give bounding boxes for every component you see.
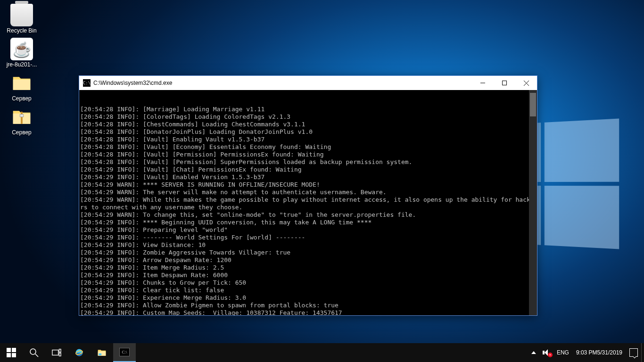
tray-overflow-button[interactable] [528, 343, 539, 362]
console-line: [20:54:29 INFO]: Preparing level "world" [80, 226, 536, 234]
console-line: [20:54:29 INFO]: Experience Merge Radius… [80, 294, 536, 302]
console-line: [20:54:29 INFO]: [Vault] [Chat] Permissi… [80, 166, 536, 173]
desktop-icon-server-folder-1[interactable]: Сервер [4, 72, 40, 102]
console-line: [20:54:29 WARN]: The server will make no… [80, 189, 536, 196]
show-desktop-button[interactable] [641, 343, 644, 362]
minimize-button[interactable] [472, 76, 494, 90]
console-line: [20:54:28 INFO]: [DonatorJoinPlus] Loadi… [80, 128, 536, 136]
console-line: [20:54:28 INFO]: [Vault] Enabling Vault … [80, 136, 536, 143]
console-line: [20:54:29 WARN]: While this makes the ga… [80, 196, 536, 211]
console-line: [20:54:29 INFO]: [Vault] Enabled Version… [80, 173, 536, 181]
svg-rect-13 [59, 349, 61, 352]
console-line: [20:54:28 INFO]: [Marriage] Loading Marr… [80, 106, 536, 113]
console-line: [20:54:29 INFO]: Allow Zombie Pigmen to … [80, 302, 536, 309]
console-line: [20:54:29 INFO]: Custom Map Seeds: Villa… [80, 309, 536, 315]
cmd-window[interactable]: C:\ C:\Windows\system32\cmd.exe [20:54:2… [79, 75, 537, 316]
console-line: [20:54:29 INFO]: Item Despawn Rate: 6000 [80, 272, 536, 279]
console-line: [20:54:29 INFO]: -------- World Settings… [80, 234, 536, 241]
console-line: [20:54:29 WARN]: To change this, set "on… [80, 211, 536, 219]
console-line: [20:54:29 INFO]: Arrow Despawn Rate: 120… [80, 256, 536, 264]
taskbar: C:\ × ENG 9:03 PM 5/31/2019 [0, 343, 644, 362]
language-button[interactable]: ENG [553, 343, 572, 362]
desktop-icon-label: Сервер [4, 129, 40, 136]
console-line: [20:54:28 INFO]: [ChestCommands] Loading… [80, 121, 536, 128]
cmd-icon: C:\ [83, 79, 91, 87]
svg-rect-8 [7, 353, 11, 357]
svg-point-10 [30, 349, 36, 354]
folder-icon [10, 72, 33, 94]
clock-date: 5/31/2019 [597, 349, 622, 356]
console-line: [20:54:29 INFO]: Chunks to Grow per Tick… [80, 279, 536, 287]
console-line: [20:54:29 INFO]: Clear tick list: false [80, 287, 536, 294]
svg-rect-0 [21, 112, 23, 124]
notifications-button[interactable] [626, 343, 641, 362]
java-icon: ☕ [10, 38, 33, 60]
console-line: [20:54:28 INFO]: [Vault] [Permission] Pe… [80, 151, 536, 158]
explorer-button[interactable] [91, 343, 113, 362]
scrollbar[interactable] [529, 90, 537, 315]
svg-rect-1 [20, 115, 23, 117]
volume-icon: × [543, 349, 550, 356]
start-button[interactable] [0, 343, 23, 362]
console-line: [20:54:28 INFO]: [Vault] [Economy] Essen… [80, 143, 536, 151]
clock-time: 9:03 PM [576, 349, 597, 356]
cmd-titlebar[interactable]: C:\ C:\Windows\system32\cmd.exe [79, 76, 537, 90]
volume-button[interactable]: × [539, 343, 553, 362]
clock[interactable]: 9:03 PM 5/31/2019 [572, 343, 626, 362]
console-line: [20:54:28 INFO]: [Vault] [Permission] Su… [80, 158, 536, 166]
taskview-button[interactable] [45, 343, 68, 362]
svg-rect-12 [52, 350, 58, 355]
svg-line-11 [35, 354, 38, 357]
notifications-icon [629, 348, 638, 357]
desktop-icon-jre-installer[interactable]: ☕jre-8u201-... [4, 38, 40, 68]
desktop-icon-label: Recycle Bin [4, 27, 40, 34]
ie-button[interactable] [68, 343, 91, 362]
console-line: [20:54:29 INFO]: Zombie Aggressive Towar… [80, 249, 536, 256]
desktop-icon-label: Сервер [4, 95, 40, 102]
recycle-bin-icon [10, 4, 33, 26]
zip-folder-icon [10, 106, 33, 128]
console-line: [20:54:29 INFO]: **** Beginning UUID con… [80, 219, 536, 226]
svg-rect-18 [99, 354, 101, 355]
system-tray: × ENG 9:03 PM 5/31/2019 [528, 343, 644, 362]
svg-rect-9 [12, 353, 16, 357]
console-line: [20:54:28 INFO]: [ColoredTags] Loading C… [80, 113, 536, 121]
desktop[interactable]: Recycle Bin☕jre-8u201-...СерверСервер C:… [0, 0, 644, 362]
console-line: [20:54:29 INFO]: Item Merge Radius: 2.5 [80, 264, 536, 272]
console-line: [20:54:29 WARN]: **** SERVER IS RUNNING … [80, 181, 536, 189]
maximize-button[interactable] [494, 76, 515, 90]
desktop-icon-label: jre-8u201-... [4, 61, 40, 68]
scroll-thumb[interactable] [530, 93, 536, 116]
chevron-up-icon [531, 351, 536, 354]
cmd-console[interactable]: [20:54:28 INFO]: [Marriage] Loading Marr… [79, 90, 537, 315]
svg-rect-3 [503, 81, 507, 85]
svg-rect-6 [7, 348, 11, 352]
desktop-icon-recycle-bin[interactable]: Recycle Bin [4, 4, 40, 34]
console-line: [20:54:29 INFO]: View Distance: 10 [80, 241, 536, 249]
search-button[interactable] [23, 343, 45, 362]
cmd-taskbar-button[interactable]: C:\ [113, 343, 136, 362]
cmd-title: C:\Windows\system32\cmd.exe [93, 80, 472, 86]
close-button[interactable] [515, 76, 537, 90]
svg-rect-14 [59, 353, 61, 356]
desktop-icon-server-archive[interactable]: Сервер [4, 106, 40, 136]
svg-rect-7 [12, 348, 16, 352]
